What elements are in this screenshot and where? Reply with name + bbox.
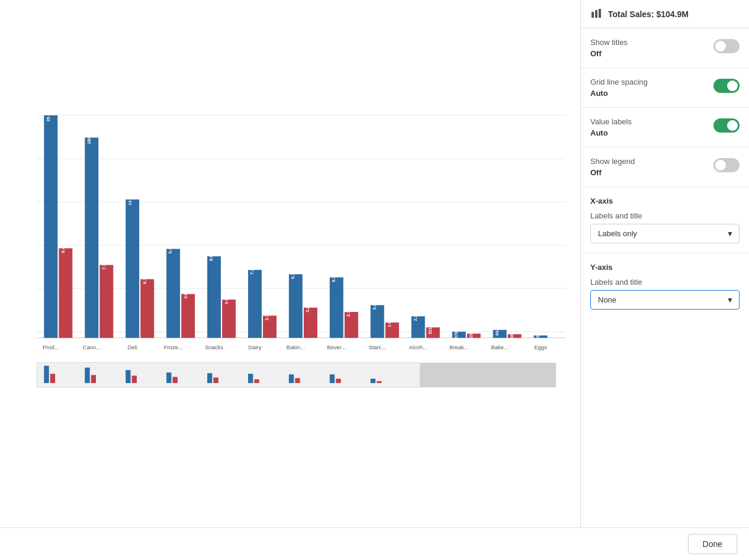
- svg-text:236.11K: 236.11K: [509, 324, 515, 341]
- svg-text:Bake...: Bake...: [491, 344, 508, 350]
- value-labels-value: Auto: [590, 128, 713, 137]
- grid-line-spacing-label: Grid line spacing: [590, 78, 713, 86]
- svg-rect-25: [222, 300, 236, 338]
- y-axis-section: Y-axis Labels and title None Labels only…: [581, 253, 749, 319]
- value-labels-section: Value labels Auto: [581, 108, 749, 147]
- svg-text:14.63M: 14.63M: [127, 191, 133, 205]
- svg-rect-86: [336, 379, 340, 383]
- right-panel: Total Sales: $104.9M Show titles Off Gri…: [580, 0, 749, 527]
- svg-rect-72: [50, 374, 55, 383]
- svg-rect-31: [289, 274, 303, 338]
- x-axis-select[interactable]: Labels only Labels and title None: [590, 224, 740, 243]
- svg-rect-19: [166, 249, 180, 337]
- svg-rect-90: [592, 12, 594, 18]
- show-titles-value: Off: [590, 49, 713, 58]
- svg-text:Dairy: Dairy: [249, 344, 262, 350]
- y-axis-select[interactable]: None Labels only Labels and title: [590, 290, 740, 310]
- svg-text:Alcoh...: Alcoh...: [409, 344, 427, 350]
- svg-rect-76: [132, 376, 137, 384]
- panel-title: Total Sales: $104.9M: [608, 9, 689, 19]
- svg-text:3.48M: 3.48M: [372, 298, 377, 310]
- show-titles-section: Show titles Off: [581, 28, 749, 68]
- x-axis-section: X-axis Labels and title Labels only Labe…: [581, 187, 749, 253]
- svg-rect-74: [91, 375, 96, 384]
- done-button[interactable]: Done: [688, 534, 737, 554]
- svg-text:9.45M: 9.45M: [168, 242, 173, 253]
- chart-area: 26.1BM 9.45M 2B6.2M 7.72M 14.63M 6.16M 9…: [0, 0, 580, 527]
- svg-text:6.73M: 6.73M: [290, 267, 295, 279]
- show-legend-section: Show legend Off: [581, 147, 749, 187]
- svg-rect-35: [330, 277, 343, 337]
- show-legend-toggle[interactable]: [713, 158, 740, 172]
- value-labels-toggle[interactable]: [713, 118, 740, 133]
- svg-rect-39: [371, 305, 384, 337]
- svg-rect-9: [59, 248, 72, 337]
- show-legend-slider: [713, 158, 740, 172]
- x-axis-select-wrapper: Labels only Labels and title None ▼: [590, 224, 740, 243]
- x-axis-dropdown-label: Labels and title: [590, 211, 740, 220]
- svg-rect-79: [207, 373, 212, 383]
- svg-rect-88: [377, 381, 381, 383]
- svg-text:2.35M: 2.35M: [264, 308, 269, 320]
- svg-rect-23: [207, 256, 221, 338]
- svg-rect-71: [44, 366, 49, 383]
- svg-rect-78: [173, 377, 178, 383]
- svg-rect-77: [166, 372, 171, 383]
- svg-text:4.05M: 4.05M: [224, 292, 229, 304]
- svg-rect-84: [295, 378, 300, 383]
- svg-rect-13: [99, 265, 113, 338]
- svg-text:6.16M: 6.16M: [142, 272, 147, 284]
- svg-text:521.77K: 521.77K: [427, 317, 433, 334]
- svg-text:8.63M: 8.63M: [208, 249, 214, 261]
- svg-text:3.22M: 3.22M: [305, 300, 310, 312]
- svg-rect-89: [420, 363, 556, 388]
- bottom-bar: Done: [0, 527, 749, 560]
- bar-chart-icon: [590, 7, 602, 21]
- svg-text:678.25K: 678.25K: [454, 322, 459, 339]
- y-axis-dropdown-label: Labels and title: [590, 278, 740, 287]
- panel-header: Total Sales: $104.9M: [581, 0, 749, 28]
- chart-svg: 26.1BM 9.45M 2B6.2M 7.72M 14.63M 6.16M 9…: [12, 12, 568, 516]
- svg-text:7.18M: 7.18M: [249, 263, 255, 275]
- svg-text:Froze...: Froze...: [164, 344, 183, 350]
- grid-line-spacing-toggle[interactable]: [713, 79, 740, 93]
- svg-rect-83: [289, 374, 294, 383]
- svg-rect-81: [248, 374, 253, 383]
- svg-text:2.29M: 2.29M: [413, 309, 418, 321]
- svg-text:329.95K: 329.95K: [468, 324, 474, 340]
- svg-text:2B6.2M: 2B6.2M: [86, 129, 92, 144]
- svg-text:2.73M: 2.73M: [346, 305, 351, 317]
- svg-text:7.72M: 7.72M: [101, 258, 107, 269]
- svg-rect-91: [595, 10, 597, 18]
- svg-rect-80: [213, 378, 218, 383]
- svg-rect-15: [126, 199, 139, 338]
- show-titles-toggle[interactable]: [713, 39, 740, 53]
- svg-rect-87: [371, 379, 375, 383]
- x-axis-heading: X-axis: [590, 197, 740, 205]
- y-axis-heading: Y-axis: [590, 263, 740, 272]
- svg-text:Eggs: Eggs: [534, 344, 547, 350]
- grid-line-spacing-section: Grid line spacing Auto: [581, 68, 749, 108]
- svg-text:Cann...: Cann...: [83, 344, 101, 350]
- svg-text:Bakin...: Bakin...: [287, 344, 305, 350]
- show-titles-label: Show titles: [590, 38, 713, 47]
- svg-text:Snacks: Snacks: [205, 344, 223, 350]
- svg-rect-92: [599, 9, 601, 18]
- x-axis-dropdown-wrapper: Labels and title Labels only Labels and …: [590, 211, 740, 243]
- show-legend-label: Show legend: [590, 157, 713, 166]
- svg-text:Deli: Deli: [128, 344, 137, 350]
- svg-text:245.27K: 245.27K: [535, 326, 541, 342]
- svg-text:Bever...: Bever...: [327, 344, 346, 350]
- grid-line-spacing-value: Auto: [590, 89, 713, 98]
- svg-rect-7: [44, 115, 57, 338]
- svg-text:Prod...: Prod...: [43, 344, 59, 350]
- svg-rect-17: [140, 279, 154, 338]
- svg-rect-82: [254, 379, 259, 383]
- svg-rect-27: [248, 270, 262, 338]
- value-labels-label: Value labels: [590, 117, 713, 126]
- svg-text:1.66M: 1.66M: [387, 315, 392, 327]
- show-legend-value: Off: [590, 168, 713, 177]
- y-axis-dropdown-wrapper: Labels and title None Labels only Labels…: [590, 278, 740, 310]
- show-titles-slider: [713, 39, 740, 53]
- svg-rect-21: [181, 294, 195, 338]
